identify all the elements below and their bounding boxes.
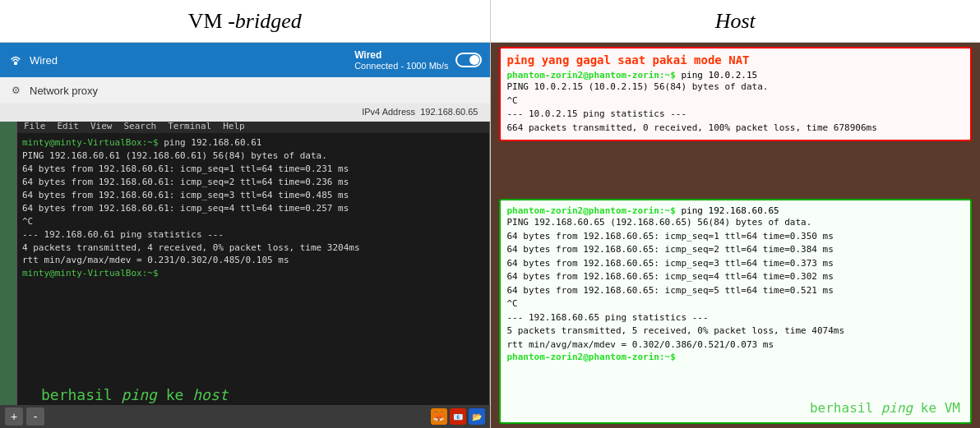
ipv4-row: IPv4 Address 192.168.60.65 [0,104,490,122]
remove-button[interactable]: - [26,407,44,426]
wired-toggle[interactable] [455,53,482,67]
success-line-3: 64 bytes from 192.168.60.65: icmp_seq=2 … [507,243,964,257]
success-line-5: 64 bytes from 192.168.60.65: icmp_seq=4 … [507,270,964,284]
success-line-7: ^C [507,297,964,311]
menu-search[interactable]: Search [124,121,157,131]
terminal-line-10: minty@minty-VirtualBox:~$ [22,267,484,280]
wired-speed: Connected - 1000 Mb/s [354,61,448,71]
wired-right: Wired Connected - 1000 Mb/s [354,49,481,71]
terminal-line-7: --- 192.168.60.61 ping statistics --- [22,228,484,242]
proxy-icon: ⚙ [8,83,23,98]
header: VM - bridged Host [0,0,980,43]
failed-line-2: ^C [507,94,964,108]
menu-edit[interactable]: Edit [58,121,80,131]
wired-status-block: Wired Connected - 1000 Mb/s [354,49,448,71]
ipv4-value: 192.168.60.65 [420,107,478,117]
vm-label: VM - [188,9,235,34]
terminal-line-5: 64 bytes from 192.168.60.61: icmp_seq=4 … [22,202,484,215]
host-italic: host [192,386,228,403]
terminal-line-4: 64 bytes from 192.168.60.61: icmp_seq=3 … [22,189,484,202]
right-panel: ping yang gagal saat pakai mode NAT phan… [491,43,981,428]
terminal-line-2: 64 bytes from 192.168.60.61: icmp_seq=1 … [22,163,484,176]
wired-item[interactable]: Wired Wired Connected - 1000 Mb/s [0,43,490,77]
taskbar: 🦊 📧 📂 [431,408,485,425]
header-right: Host [491,0,981,42]
success-line-10: rtt min/avg/max/mdev = 0.302/0.386/0.521… [507,338,964,352]
success-prompt2: phantom-zorin2@phantom-zorin:~$ [507,352,676,362]
header-left: VM - bridged [0,0,491,42]
terminal-line-9: rtt min/avg/max/mdev = 0.231/0.302/0.485… [22,254,484,267]
berhasil-left-text: berhasil ping ke host [41,386,229,403]
ping-failed-box: ping yang gagal saat pakai mode NAT phan… [499,47,973,141]
add-button[interactable]: + [5,407,23,426]
menu-view[interactable]: View [90,121,113,131]
svg-rect-0 [14,62,17,65]
ipv4-label: IPv4 Address [362,107,415,117]
main-content: Wired Wired Connected - 1000 Mb/s ⚙ Netw… [0,43,980,428]
bridged-label: bridged [235,9,302,34]
terminal-body: minty@minty-VirtualBox:~$ ping 192.168.6… [17,133,489,283]
ping-failed-title: ping yang gagal saat pakai mode NAT [507,53,964,67]
ping-italic: ping [122,386,157,403]
taskbar-icon-1[interactable]: 🦊 [431,408,447,425]
success-line-9: 5 packets transmitted, 5 received, 0% pa… [507,324,964,338]
success-prompt-line: phantom-zorin2@phantom-zorin:~$ ping 192… [507,205,964,216]
terminal-line-3: 64 bytes from 192.168.60.61: icmp_seq=2 … [22,176,484,189]
wired-name-right: Wired [354,49,448,61]
menu-terminal[interactable]: Terminal [168,121,211,131]
success-line-8: --- 192.168.60.65 ping statistics --- [507,311,964,325]
failed-prompt-line: phantom-zorin2@phantom-zorin:~$ ping 10.… [507,70,964,81]
menu-help[interactable]: Help [223,121,245,131]
wifi-icon [8,53,23,67]
failed-prompt: phantom-zorin2@phantom-zorin:~$ [507,70,676,81]
failed-line-1: PING 10.0.2.15 (10.0.2.15) 56(84) bytes … [507,81,964,94]
success-prompt2-line: phantom-zorin2@phantom-zorin:~$ [507,352,964,362]
host-label: Host [715,9,756,34]
berhasil-right-text: berhasil ping ke VM [810,400,960,416]
ping-italic-right: ping [881,400,913,416]
failed-line-3: --- 10.0.2.15 ping statistics --- [507,108,964,122]
taskbar-icon-2[interactable]: 📧 [450,408,466,425]
proxy-item[interactable]: ⚙ Network proxy [0,77,490,104]
failed-line-4: 664 packets transmitted, 0 received, 100… [507,122,964,136]
ping-success-box: phantom-zorin2@phantom-zorin:~$ ping 192… [499,199,973,424]
left-panel: Wired Wired Connected - 1000 Mb/s ⚙ Netw… [0,43,491,428]
ke-host: ke [157,386,192,403]
bottom-bar: + - 🦊 📧 📂 [0,405,490,428]
success-cmd: ping 192.168.60.65 [676,205,779,216]
proxy-label: Network proxy [30,85,98,97]
success-line-2: 64 bytes from 192.168.60.65: icmp_seq=1 … [507,230,964,244]
terminal-line-8: 4 packets transmitted, 4 received, 0% pa… [22,242,484,255]
failed-cmd: ping 10.0.2.15 [676,70,757,81]
success-line-4: 64 bytes from 192.168.60.65: icmp_seq=3 … [507,257,964,271]
yang-gagal: yang gagal saat pakai mode NAT [542,53,750,67]
success-prompt: phantom-zorin2@phantom-zorin:~$ [507,205,676,216]
success-line-1: PING 192.168.60.65 (192.168.60.65) 56(84… [507,216,964,230]
menu-file[interactable]: File [24,121,46,131]
terminal-window: minty@minty-VirtualBox: ~ File Edit View… [16,102,490,428]
terminal-line-6: ^C [22,215,484,228]
terminal-line-0: minty@minty-VirtualBox:~$ ping 192.168.6… [22,136,484,150]
success-line-6: 64 bytes from 192.168.60.65: icmp_seq=5 … [507,284,964,298]
taskbar-icon-3[interactable]: 📂 [469,408,485,425]
berhasil-text: berhasil [41,386,122,403]
network-widget: Wired Wired Connected - 1000 Mb/s ⚙ Netw… [0,43,490,122]
ping-word: ping [507,53,542,67]
terminal-line-1: PING 192.168.60.61 (192.168.60.61) 56(84… [22,150,484,163]
wired-label: Wired [30,54,58,67]
